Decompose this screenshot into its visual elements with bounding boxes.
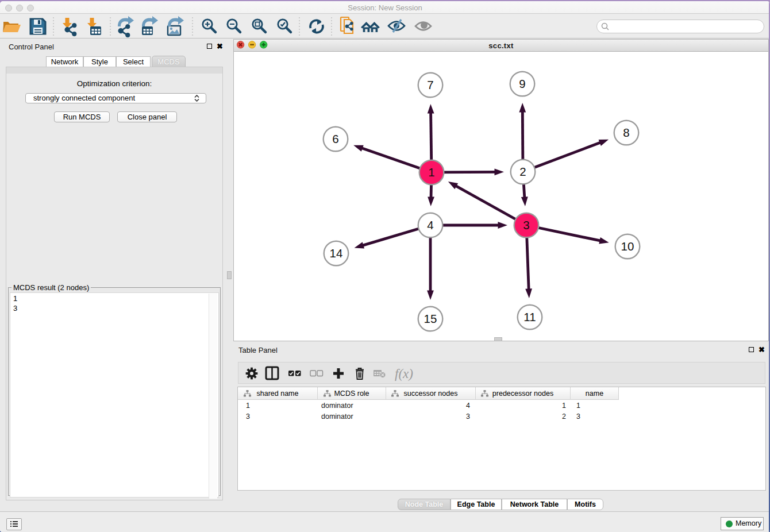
svg-text:4: 4	[427, 218, 433, 232]
svg-text:8: 8	[623, 126, 629, 139]
svg-text:6: 6	[332, 132, 338, 145]
svg-text:15: 15	[424, 312, 437, 325]
svg-text:9: 9	[519, 77, 525, 90]
svg-text:14: 14	[330, 246, 343, 260]
svg-text:11: 11	[523, 310, 536, 323]
svg-text:f(x): f(x)	[395, 367, 413, 381]
svg-text:3: 3	[523, 218, 529, 232]
svg-text:1: 1	[428, 165, 434, 179]
svg-text:2: 2	[519, 165, 526, 178]
svg-text:7: 7	[427, 78, 433, 91]
svg-text:10: 10	[621, 240, 634, 253]
